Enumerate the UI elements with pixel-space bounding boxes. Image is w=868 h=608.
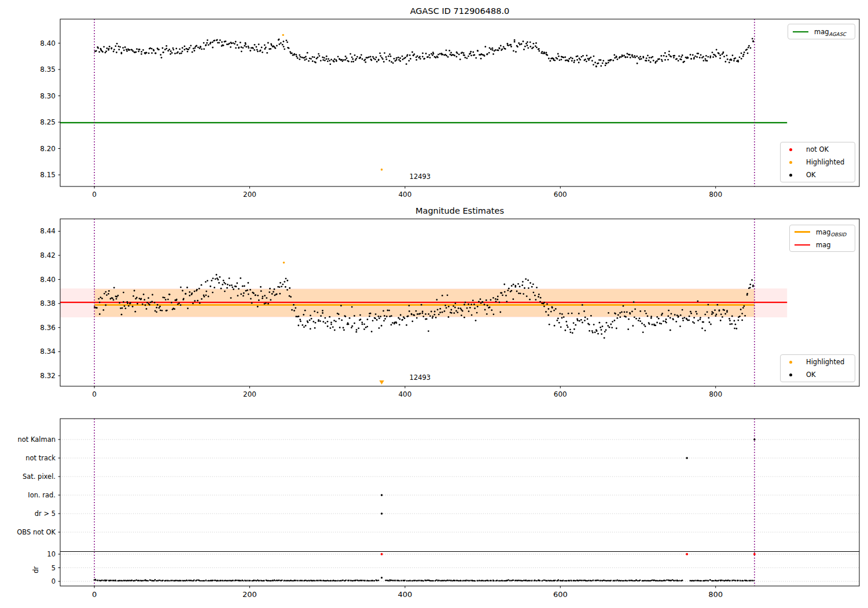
legend-mag-agasc: magAGASC (788, 24, 855, 39)
legend-label-ok-mid: OK (806, 371, 816, 379)
legend-entry-mag: mag (790, 239, 855, 251)
svg-text:12493: 12493 (410, 173, 431, 181)
svg-text:0: 0 (52, 577, 56, 585)
svg-text:Sat. pixel.: Sat. pixel. (23, 473, 56, 481)
svg-text:8.40: 8.40 (40, 39, 56, 47)
orange-dot-icon (789, 161, 792, 164)
svg-text:8.35: 8.35 (40, 65, 56, 74)
svg-text:8.32: 8.32 (40, 372, 56, 380)
figure-canvas: 1249302004006008008.158.208.258.308.358.… (0, 0, 868, 608)
svg-text:12493: 12493 (410, 373, 431, 382)
svg-text:8.20: 8.20 (40, 145, 56, 153)
svg-text:not track: not track (25, 454, 56, 462)
orange-dot-icon (789, 361, 792, 364)
legend-label-mag-agasc: magAGASC (814, 28, 846, 36)
svg-text:5: 5 (52, 564, 56, 572)
legend-status-mid: Highlighted OK (780, 354, 855, 382)
legend-label-ok: OK (806, 171, 816, 179)
legend-entry-mag-agasc: magAGASC (788, 25, 855, 38)
svg-text:8.42: 8.42 (40, 251, 56, 259)
svg-text:8.44: 8.44 (40, 227, 56, 235)
svg-text:800: 800 (709, 390, 722, 398)
legend-entry-highlighted: Highlighted (781, 156, 855, 169)
svg-text:not Kalman: not Kalman (17, 435, 56, 444)
black-dot-icon (789, 174, 792, 177)
legend-label-not-ok: not OK (806, 145, 829, 153)
svg-text:8.30: 8.30 (40, 92, 56, 100)
legend-entry-mag-obsid: magOBSID (790, 226, 855, 239)
legend-entry-ok-mid: OK (781, 368, 855, 381)
green-line-sample (793, 31, 808, 32)
svg-text:8.38: 8.38 (40, 299, 56, 307)
panel2-title: Magnitude Estimates (60, 206, 859, 215)
svg-text:0: 0 (92, 191, 97, 199)
svg-text:dr: dr (32, 566, 40, 573)
svg-text:Ion. rad.: Ion. rad. (28, 491, 56, 499)
red-dot-icon (789, 148, 792, 151)
legend-mag-estimates: magOBSID mag (789, 225, 855, 252)
svg-text:800: 800 (708, 590, 723, 599)
svg-text:600: 600 (554, 390, 567, 398)
svg-text:400: 400 (398, 390, 411, 398)
svg-text:600: 600 (554, 191, 567, 199)
legend-label-mag-obsid: magOBSID (816, 228, 846, 236)
svg-text:600: 600 (553, 590, 568, 599)
legend-label-mag: mag (816, 241, 831, 249)
svg-text:8.15: 8.15 (40, 171, 56, 179)
svg-text:200: 200 (243, 390, 256, 398)
red-line-sample (795, 244, 810, 246)
svg-text:8.40: 8.40 (40, 276, 56, 284)
black-dot-icon (789, 373, 792, 376)
svg-text:10: 10 (47, 550, 56, 558)
svg-text:0: 0 (92, 390, 97, 398)
orange-line-sample (795, 231, 810, 233)
svg-text:400: 400 (398, 191, 411, 199)
legend-label-highlighted-mid: Highlighted (806, 358, 844, 366)
svg-text:OBS not OK: OBS not OK (17, 528, 56, 536)
svg-text:8.25: 8.25 (40, 118, 56, 126)
legend-entry-not-ok: not OK (781, 143, 855, 156)
svg-text:0: 0 (92, 590, 97, 599)
legend-label-highlighted: Highlighted (806, 158, 844, 166)
panel1-title: AGASC ID 712906488.0 (60, 6, 859, 16)
svg-text:200: 200 (243, 191, 256, 199)
svg-text:200: 200 (242, 590, 257, 599)
legend-status-top: not OK Highlighted OK (780, 142, 855, 182)
svg-text:8.36: 8.36 (40, 324, 56, 332)
svg-text:400: 400 (398, 590, 412, 599)
legend-entry-ok: OK (781, 169, 855, 181)
svg-text:8.34: 8.34 (40, 347, 56, 356)
legend-entry-highlighted-mid: Highlighted (781, 356, 855, 368)
svg-text:dr > 5: dr > 5 (35, 510, 56, 518)
svg-text:800: 800 (709, 191, 722, 199)
